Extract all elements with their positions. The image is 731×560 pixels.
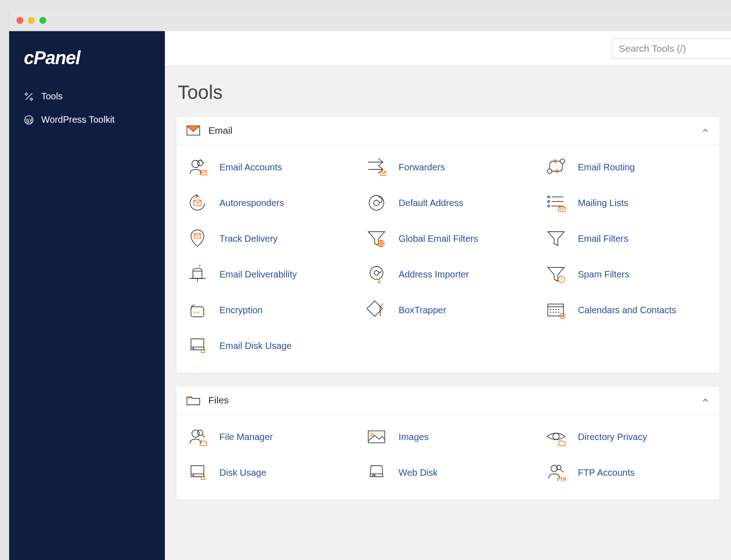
minimize-window-button[interactable] — [28, 17, 35, 24]
email-section-icon — [186, 125, 200, 136]
email-disk-usage-icon — [185, 336, 209, 355]
svg-point-12 — [369, 196, 384, 210]
tool-label: Calendars and Contacts — [578, 305, 676, 315]
svg-point-34 — [198, 312, 199, 313]
calendars-contacts-icon: @ — [544, 300, 568, 320]
tool-web-disk[interactable]: Web Disk — [358, 455, 537, 490]
sidebar-item-label: WordPress Toolkit — [41, 114, 115, 125]
tool-forwarders[interactable]: Forwarders — [358, 149, 537, 185]
sidebar-item-label: Tools — [41, 91, 63, 102]
panel-files: Files File Manager Images — [176, 386, 720, 500]
main-area: Tools Email Email Accounts — [165, 31, 731, 560]
email-routing-icon — [544, 158, 568, 177]
sidebar: cPanel Tools WordPress Toolkit — [9, 31, 165, 560]
tool-label: Email Disk Usage — [219, 341, 292, 351]
tool-directory-privacy[interactable]: Directory Privacy — [538, 419, 717, 455]
svg-rect-24 — [193, 271, 202, 278]
tool-file-manager[interactable]: File Manager — [179, 419, 358, 455]
maximize-window-button[interactable] — [39, 17, 46, 24]
tool-label: Address Importer — [398, 269, 469, 280]
svg-point-45 — [556, 312, 556, 313]
tool-label: Disk Usage — [219, 468, 266, 478]
tool-boxtrapper[interactable]: BoxTrapper — [358, 292, 537, 328]
svg-line-65 — [560, 469, 563, 472]
app-shell: cPanel Tools WordPress Toolkit Tools — [9, 31, 731, 560]
chevron-up-icon — [701, 126, 709, 135]
tool-label: BoxTrapper — [398, 305, 446, 315]
svg-point-39 — [550, 310, 551, 310]
close-window-button[interactable] — [16, 17, 23, 24]
tool-email-filters[interactable]: Email Filters — [538, 221, 717, 256]
search-input[interactable] — [612, 38, 731, 59]
tools-icon — [24, 92, 34, 102]
tool-label: Forwarders — [398, 162, 445, 173]
tool-images[interactable]: Images — [358, 419, 537, 455]
panel-email: Email Email Accounts Forwarders — [176, 116, 720, 373]
svg-rect-51 — [187, 397, 191, 398]
tool-spam-filters[interactable]: Spam Filters — [538, 256, 717, 292]
ftp-accounts-icon: FTP — [544, 463, 568, 482]
page-title: Tools — [178, 82, 720, 103]
browser-window: cPanel Tools WordPress Toolkit Tools — [9, 9, 731, 560]
files-section-icon — [186, 395, 200, 406]
tool-mailing-lists[interactable]: Mailing Lists — [538, 185, 717, 221]
tool-label: Mailing Lists — [578, 198, 628, 208]
email-filters-icon — [544, 229, 568, 248]
tool-autoresponders[interactable]: Autoresponders — [179, 185, 358, 221]
tool-label: Email Filters — [578, 234, 628, 244]
svg-point-61 — [372, 475, 373, 476]
track-delivery-icon — [185, 229, 209, 248]
tool-label: Email Accounts — [219, 162, 282, 173]
topbar — [165, 31, 731, 66]
svg-point-28 — [374, 271, 379, 275]
svg-point-44 — [553, 312, 553, 313]
svg-point-13 — [374, 200, 379, 206]
svg-point-33 — [194, 312, 196, 313]
email-deliverability-icon — [185, 265, 209, 284]
disk-usage-icon — [185, 463, 209, 482]
svg-text:FTP: FTP — [557, 477, 567, 482]
forwarders-icon — [365, 158, 388, 177]
svg-point-43 — [550, 312, 551, 313]
svg-line-4 — [200, 159, 204, 163]
boxtrapper-icon — [365, 300, 388, 320]
svg-point-50 — [193, 348, 194, 349]
images-icon — [365, 427, 388, 446]
tool-address-importer[interactable]: Address Importer — [358, 256, 537, 292]
tool-email-routing[interactable]: Email Routing — [538, 149, 717, 185]
svg-line-54 — [202, 435, 205, 437]
tool-email-deliverability[interactable]: Email Deliverability — [179, 256, 358, 292]
sidebar-item-tools[interactable]: Tools — [9, 85, 165, 108]
svg-point-27 — [370, 266, 383, 279]
tool-global-email-filters[interactable]: Global Email Filters — [358, 221, 537, 256]
svg-rect-32 — [191, 307, 204, 317]
tool-label: Email Deliverability — [219, 269, 297, 280]
panel-header-email[interactable]: Email — [176, 117, 720, 145]
svg-point-57 — [553, 433, 559, 440]
tool-label: Encryption — [219, 305, 263, 315]
tool-calendars-contacts[interactable]: @ Calendars and Contacts — [538, 292, 717, 328]
svg-point-18 — [548, 205, 550, 207]
tool-disk-usage[interactable]: Disk Usage — [179, 455, 358, 490]
tool-label: Images — [398, 432, 429, 442]
web-disk-icon — [365, 463, 388, 482]
panel-header-files[interactable]: Files — [176, 386, 720, 414]
sidebar-item-wordpress-toolkit[interactable]: WordPress Toolkit — [9, 108, 165, 131]
tool-track-delivery[interactable]: Track Delivery — [179, 221, 358, 256]
svg-point-16 — [548, 201, 550, 202]
default-address-icon — [365, 193, 388, 212]
svg-point-31 — [561, 281, 562, 282]
tool-label: File Manager — [219, 432, 273, 442]
tool-default-address[interactable]: Default Address — [358, 185, 537, 221]
wordpress-icon — [24, 115, 34, 125]
tool-ftp-accounts[interactable]: FTP FTP Accounts — [538, 455, 717, 490]
global-email-filters-icon — [365, 229, 388, 248]
tool-encryption[interactable]: Encryption — [179, 292, 358, 328]
tool-label: Default Address — [398, 198, 463, 208]
tool-label: Email Routing — [578, 162, 635, 173]
tool-email-accounts[interactable]: Email Accounts — [179, 149, 358, 185]
tool-label: Spam Filters — [578, 269, 629, 280]
tool-label: Global Email Filters — [398, 234, 478, 244]
spam-filters-icon — [544, 265, 568, 284]
tool-email-disk-usage[interactable]: Email Disk Usage — [179, 328, 358, 364]
